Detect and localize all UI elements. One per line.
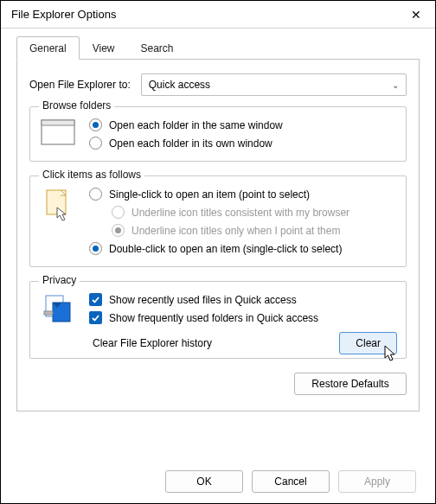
tab-strip: General View Search: [16, 35, 420, 60]
svg-rect-1: [42, 120, 74, 125]
radio-icon: [89, 137, 102, 150]
content-area: General View Search Open File Explorer t…: [1, 29, 435, 411]
radio-single-click[interactable]: Single-click to open an item (point to s…: [89, 185, 397, 203]
click-items-group: Click items as follows Single-click to o…: [29, 175, 407, 267]
browse-folders-group: Browse folders Open each folder in the s…: [29, 106, 407, 162]
privacy-group: Privacy Show recently used f: [29, 281, 407, 359]
privacy-icon: [39, 290, 77, 325]
chevron-down-icon: ⌄: [392, 80, 399, 90]
clear-button[interactable]: Clear: [339, 332, 397, 354]
browse-folders-legend: Browse folders: [39, 99, 114, 112]
checkbox-recent-files[interactable]: Show recently used files in Quick access: [89, 290, 397, 309]
apply-button: Apply: [338, 470, 416, 493]
checkbox-icon: [89, 293, 102, 306]
folder-window-icon: [39, 116, 77, 145]
ok-button[interactable]: OK: [165, 470, 243, 493]
radio-label: Underline icon titles only when I point …: [131, 225, 340, 237]
tab-view[interactable]: View: [80, 36, 128, 60]
clear-history-label: Clear File Explorer history: [93, 337, 212, 349]
radio-double-click[interactable]: Double-click to open an item (single-cli…: [89, 239, 397, 258]
checkbox-label: Show frequently used folders in Quick ac…: [109, 312, 318, 324]
open-explorer-to-label: Open File Explorer to:: [29, 79, 131, 91]
restore-defaults-button[interactable]: Restore Defaults: [294, 373, 407, 395]
checkbox-icon: [89, 311, 102, 324]
radio-same-window[interactable]: Open each folder in the same window: [89, 116, 397, 134]
radio-label: Underline icon titles consistent with my…: [131, 207, 349, 219]
radio-icon: [89, 118, 102, 131]
radio-label: Single-click to open an item (point to s…: [109, 188, 310, 201]
radio-underline-point: Underline icon titles only when I point …: [89, 221, 397, 239]
close-icon[interactable]: ✕: [404, 4, 428, 25]
open-explorer-to-select[interactable]: Quick access ⌄: [141, 73, 407, 96]
document-click-icon: [39, 185, 77, 223]
privacy-legend: Privacy: [39, 274, 80, 286]
tab-general[interactable]: General: [16, 36, 80, 60]
checkbox-frequent-folders[interactable]: Show frequently used folders in Quick ac…: [89, 309, 397, 327]
radio-icon: [89, 242, 102, 255]
radio-underline-browser: Underline icon titles consistent with my…: [89, 203, 397, 221]
click-items-legend: Click items as follows: [39, 169, 144, 181]
checkbox-label: Show recently used files in Quick access: [109, 294, 297, 306]
radio-icon: [112, 206, 125, 219]
tab-panel-general: Open File Explorer to: Quick access ⌄ Br…: [16, 60, 420, 411]
radio-label: Double-click to open an item (single-cli…: [109, 243, 342, 255]
svg-rect-6: [44, 311, 53, 315]
window-title: File Explorer Options: [11, 8, 116, 21]
radio-label: Open each folder in the same window: [109, 119, 283, 131]
open-explorer-to-value: Quick access: [149, 79, 210, 91]
radio-own-window[interactable]: Open each folder in its own window: [89, 134, 397, 152]
tab-search[interactable]: Search: [128, 36, 187, 60]
radio-icon: [89, 188, 102, 201]
dialog-buttons: OK Cancel Apply: [165, 470, 416, 493]
cancel-button[interactable]: Cancel: [252, 470, 330, 493]
title-bar: File Explorer Options ✕: [1, 1, 435, 29]
radio-icon: [112, 224, 125, 237]
radio-label: Open each folder in its own window: [109, 137, 272, 150]
